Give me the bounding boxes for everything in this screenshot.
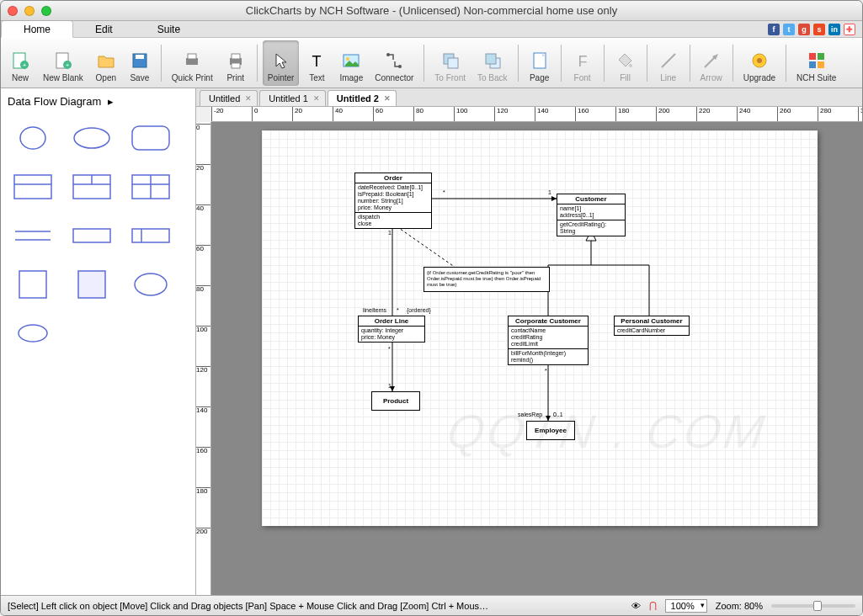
shape-square[interactable] <box>8 268 58 301</box>
toolbar-font-button[interactable]: FFont <box>567 40 599 86</box>
toolbar-fill-button[interactable]: Fill <box>610 40 642 86</box>
shape-table2[interactable] <box>67 170 117 204</box>
toolbar-to-back-button[interactable]: To Back <box>472 40 513 86</box>
eye-icon[interactable]: 👁 <box>631 601 641 611</box>
shape-ellipse[interactable] <box>67 121 117 155</box>
toolbar-to-front-button[interactable]: To Front <box>429 40 471 86</box>
help-icon[interactable]: ✚ <box>844 24 855 35</box>
menu-tab-home[interactable]: Home <box>1 20 73 38</box>
svg-point-24 <box>629 64 632 67</box>
uml-corporate[interactable]: Corporate Customer contactName creditRat… <box>508 316 589 365</box>
fill-icon <box>615 50 637 72</box>
watermark: QQTN . COM <box>444 404 770 459</box>
connector-icon <box>383 50 405 72</box>
line-icon <box>658 50 679 72</box>
minimize-window-button[interactable] <box>24 6 35 16</box>
toolbar-nch-suite-button[interactable]: NCH Suite <box>791 40 841 86</box>
toolbar-save-button[interactable]: Save <box>124 40 156 86</box>
toolbar-page-button[interactable]: Page <box>524 40 556 86</box>
stumble-icon[interactable]: s <box>813 24 825 35</box>
svg-line-25 <box>662 54 675 67</box>
uml-note[interactable]: {if Order.customer.getCreditRating is "p… <box>424 267 550 292</box>
shape-rounded-rect[interactable] <box>125 121 176 155</box>
shape-halfbox[interactable] <box>8 170 58 204</box>
uml-personal[interactable]: Personal Customer creditCardNumber <box>614 316 690 336</box>
google-icon[interactable]: g <box>798 24 810 35</box>
uml-product[interactable]: Product <box>371 391 420 411</box>
svg-point-17 <box>398 65 402 68</box>
shape-ellipse2[interactable] <box>125 268 176 301</box>
uml-orderline[interactable]: Order Line quantity: Integer price: Mone… <box>358 316 425 343</box>
svg-text:F: F <box>578 53 587 70</box>
toolbar-text-button[interactable]: TText <box>301 40 333 86</box>
shape-sidebar: Data Flow Diagram ▸ <box>1 88 196 595</box>
toolbar-new-button[interactable]: +New <box>4 40 36 86</box>
linkedin-icon[interactable]: in <box>828 24 840 35</box>
shape-square-fill[interactable] <box>67 268 117 301</box>
font-icon: F <box>572 50 594 72</box>
toolbar-connector-button[interactable]: Connector <box>370 40 418 86</box>
svg-point-16 <box>386 53 390 56</box>
svg-rect-48 <box>132 229 169 242</box>
svg-rect-36 <box>132 126 169 150</box>
toolbar-open-button[interactable]: Open <box>90 40 122 86</box>
toolbar-print-button[interactable]: Print <box>220 40 252 86</box>
to-front-icon <box>439 50 461 72</box>
shape-rect-split[interactable] <box>125 219 176 252</box>
svg-point-53 <box>19 325 47 342</box>
twitter-icon[interactable]: t <box>783 24 795 35</box>
toolbar-line-button[interactable]: Line <box>653 40 685 86</box>
toolbar-pointer-button[interactable]: Pointer <box>263 40 300 86</box>
shape-ellipse3[interactable] <box>8 316 58 350</box>
status-hint: [Select] Left click on object [Move] Cli… <box>8 601 488 611</box>
shape-palette <box>8 114 189 350</box>
save-icon <box>129 50 151 72</box>
zoom-slider[interactable] <box>771 604 855 608</box>
shape-line[interactable] <box>8 219 58 252</box>
shape-rect-thin[interactable] <box>67 219 117 252</box>
svg-rect-7 <box>136 55 144 59</box>
svg-point-29 <box>757 58 762 63</box>
zoom-window-button[interactable] <box>41 6 51 16</box>
magnet-icon[interactable]: ⋂ <box>649 600 657 611</box>
svg-rect-21 <box>486 54 496 64</box>
toolbar-quick-print-button[interactable]: Quick Print <box>167 40 218 86</box>
nch-suite-icon <box>806 50 828 72</box>
zoom-dropdown[interactable]: 100% <box>665 599 707 613</box>
diagram-canvas[interactable]: Order dateReceived: Date[0..1] isPrepaid… <box>211 122 862 595</box>
uml-order[interactable]: Order dateReceived: Date[0..1] isPrepaid… <box>354 173 432 229</box>
doc-tab-2[interactable]: Untitled 2✕ <box>328 90 397 106</box>
facebook-icon[interactable]: f <box>768 24 780 35</box>
close-icon[interactable]: ✕ <box>313 94 320 103</box>
toolbar-upgrade-button[interactable]: Upgrade <box>738 40 780 86</box>
close-icon[interactable]: ✕ <box>245 94 252 103</box>
uml-customer[interactable]: Customer name[1] address[0..1] getCredit… <box>557 194 626 236</box>
sidebar-title[interactable]: Data Flow Diagram ▸ <box>8 93 189 114</box>
toolbar-new-blank-button[interactable]: +New Blank <box>38 40 88 86</box>
toolbar: +New+New BlankOpenSaveQuick PrintPrintPo… <box>1 38 862 88</box>
zoom-label: Zoom: 80% <box>716 601 763 611</box>
chevron-right-icon: ▸ <box>108 95 114 108</box>
doc-tab-0[interactable]: Untitled✕ <box>200 90 258 106</box>
svg-rect-31 <box>818 53 824 60</box>
close-icon[interactable]: ✕ <box>384 94 391 103</box>
shape-table3[interactable] <box>125 170 176 204</box>
svg-rect-12 <box>232 63 240 68</box>
svg-point-52 <box>135 273 167 295</box>
svg-rect-51 <box>78 271 105 298</box>
svg-rect-9 <box>188 54 196 59</box>
toolbar-image-button[interactable]: Image <box>334 40 368 86</box>
doc-tab-1[interactable]: Untitled 1✕ <box>259 90 325 106</box>
menu-tab-edit[interactable]: Edit <box>73 21 136 37</box>
svg-point-15 <box>346 57 349 61</box>
svg-point-34 <box>20 127 45 149</box>
social-icons: f t g s in ✚ <box>768 21 862 37</box>
close-window-button[interactable] <box>8 6 18 16</box>
quick-print-icon <box>181 50 203 72</box>
window-controls <box>8 6 51 16</box>
toolbar-arrow-button[interactable]: Arrow <box>695 40 727 86</box>
diagram-paper[interactable]: Order dateReceived: Date[0..1] isPrepaid… <box>262 130 818 526</box>
menu-tab-suite[interactable]: Suite <box>136 21 203 37</box>
open-icon <box>95 50 117 72</box>
shape-circle[interactable] <box>8 121 58 155</box>
